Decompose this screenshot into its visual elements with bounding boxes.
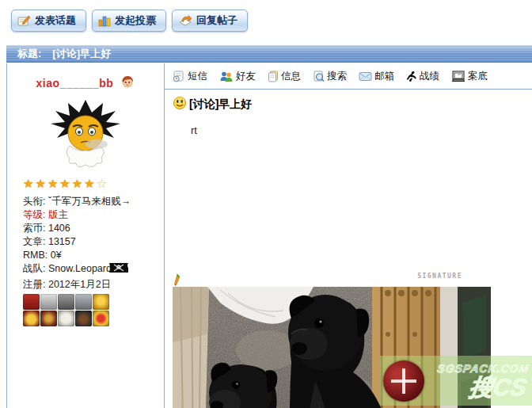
toolbar-label-search: 搜索 <box>327 70 347 83</box>
medal-icon <box>58 294 74 310</box>
site-watermark: SGSPACK.COM 搜CS <box>380 356 532 406</box>
new-topic-label: 发表话题 <box>35 13 76 28</box>
toolbar-label-record: 案底 <box>468 70 488 83</box>
compose-icon <box>17 15 31 27</box>
medal-icon <box>40 311 57 326</box>
post-body-text: rt <box>191 124 532 136</box>
info-icon <box>268 71 279 82</box>
medal-icon <box>93 294 109 310</box>
stat-title: 头衔: ˇ千军万马来相贱→ <box>23 195 164 208</box>
toolbar-item-search[interactable]: 搜索 <box>313 70 347 83</box>
post-title-row: [讨论]早上好 <box>173 96 532 112</box>
thread-title: [讨论]早上好 <box>52 47 111 61</box>
action-button-row: 发表话题 发起投票 回复帖子 <box>11 10 248 32</box>
gender-boy-icon <box>120 74 135 92</box>
toolbar-label-stats: 战绩 <box>420 70 439 83</box>
stat-rmb: RMB: 0¥ <box>23 249 164 262</box>
star-empty-icon: ☆ <box>97 177 108 190</box>
watermark-url: SGSPACK.COM <box>425 363 530 374</box>
stat-coins: 索币: 1406 <box>23 222 164 235</box>
title-label: 标题: <box>17 47 41 61</box>
smiley-icon <box>173 96 187 112</box>
toolbar-label-mail: 邮箱 <box>374 70 394 83</box>
toolbar-label-friends: 好友 <box>236 70 256 83</box>
medal-icon <box>93 311 109 326</box>
record-icon <box>451 71 466 82</box>
stat-rank: 等级: 版主 <box>23 208 164 222</box>
search-icon <box>313 71 325 82</box>
toolbar-item-sms[interactable]: 短信 <box>173 70 207 83</box>
stat-registered: 注册: 2012年1月2日 <box>23 278 164 292</box>
stat-clan: 战队: Snow.Leopard <box>23 262 164 278</box>
watermark-text: SGSPACK.COM 搜CS <box>422 363 532 399</box>
reply-icon <box>178 15 192 27</box>
medal-strip <box>23 294 112 326</box>
friends-icon <box>219 71 234 82</box>
reputation-stars: ★★★★★★☆ <box>23 177 164 189</box>
toolbar-item-info[interactable]: 信息 <box>268 70 301 83</box>
author-sidebar: xiao______bb ★★★★★★☆ <box>7 63 165 408</box>
toolbar-label-sms: 短信 <box>188 70 207 83</box>
new-poll-button[interactable]: 发起投票 <box>92 10 166 32</box>
medal-icon <box>75 311 92 326</box>
toolbar-label-info: 信息 <box>281 70 301 83</box>
new-topic-button[interactable]: 发表话题 <box>11 10 86 32</box>
signature-label: SIGNATURE <box>417 273 462 280</box>
toolbar-item-stats[interactable]: 战绩 <box>406 70 439 83</box>
toolbar-item-friends[interactable]: 好友 <box>219 70 256 83</box>
author-avatar <box>46 97 125 170</box>
message-icon <box>173 71 185 82</box>
toolbar-item-mail[interactable]: 邮箱 <box>359 70 394 83</box>
author-row: xiao______bb <box>7 74 164 92</box>
watermark-brand: 搜CS <box>422 376 528 399</box>
pirate-flag-icon <box>108 265 129 276</box>
thread-title-bar: 标题: [讨论]早上好 <box>6 45 532 63</box>
medal-icon <box>23 311 40 326</box>
stat-posts: 文章: 13157 <box>23 235 164 249</box>
mail-icon <box>359 71 372 82</box>
watermark-logo-icon <box>383 360 424 402</box>
post-title-text: [讨论]早上好 <box>189 97 252 112</box>
toolbar-item-record[interactable]: 案底 <box>451 70 488 83</box>
author-stats: 头衔: ˇ千军万马来相贱→ 等级: 版主 索币: 1406 文章: 13157 … <box>23 195 164 292</box>
reply-label: 回复帖子 <box>196 13 238 28</box>
reply-button[interactable]: 回复帖子 <box>172 10 248 32</box>
medal-icon <box>40 294 57 310</box>
star-filled-icons: ★★★★★★ <box>23 177 97 190</box>
author-username-link[interactable]: xiao______bb <box>36 77 114 90</box>
medal-icon <box>58 311 74 326</box>
forum-post-page: { "colors":{"accent_blue":"#6d95cb","bor… <box>0 0 532 408</box>
medal-icon <box>23 294 40 310</box>
medal-icon <box>75 294 92 310</box>
stats-icon <box>406 71 417 82</box>
new-poll-label: 发起投票 <box>115 13 156 28</box>
user-toolbar: 短信 好友 信息 搜索 邮箱 战绩 <box>165 63 532 90</box>
poll-icon <box>98 15 111 27</box>
